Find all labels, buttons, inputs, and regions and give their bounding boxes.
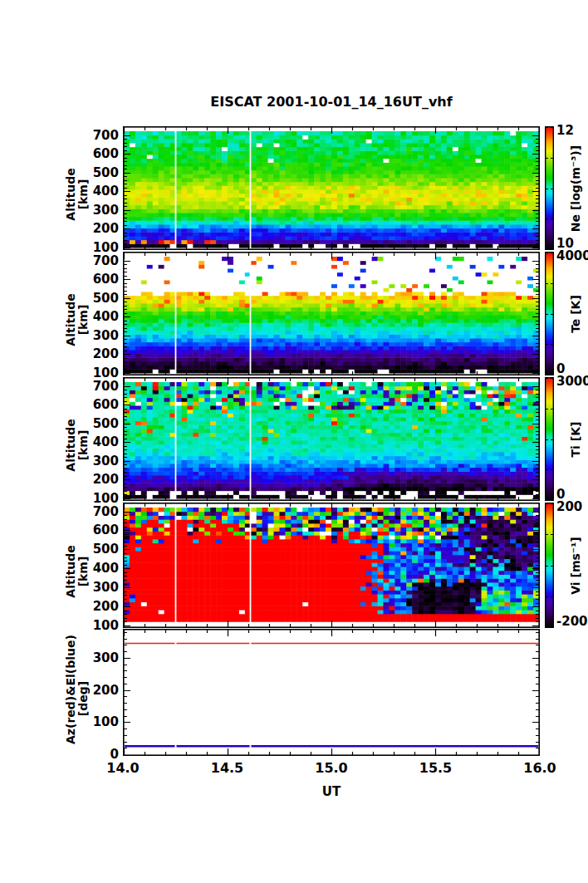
azel-y-axis-label: Az(red)&El(blue) [deg]	[65, 653, 90, 744]
ti-heatmap-canvas	[123, 377, 540, 501]
ne-ytick-400: 400	[81, 184, 119, 199]
te-ytick-600: 600	[81, 272, 119, 287]
azel-ytick-200: 200	[81, 683, 119, 698]
te-ytick-400: 400	[81, 309, 119, 324]
te-colorbar-canvas	[545, 252, 554, 375]
vi-heatmap-canvas	[123, 503, 540, 628]
ti-ytick-300: 300	[81, 454, 119, 468]
vi-colorbar-canvas	[545, 503, 554, 628]
azel-line-plot-canvas	[123, 629, 540, 756]
vi-colorbar-title: Vi [ms⁻¹]	[569, 495, 584, 636]
vi-ytick-200: 200	[81, 599, 119, 614]
te-ytick-500: 500	[81, 291, 119, 306]
eiscat-figure: EISCAT 2001-10-01_14_16UT_vhf Altitude […	[0, 0, 588, 883]
ti-ytick-400: 400	[81, 434, 119, 449]
ne-colorbar-title: Ne [log(m⁻³)]	[569, 118, 584, 259]
te-ytick-700: 700	[81, 253, 119, 268]
ti-ytick-200: 200	[81, 472, 119, 487]
x-tick-16.0: 16.0	[519, 760, 561, 776]
vi-ytick-400: 400	[81, 561, 119, 576]
te-colorbar-title: Te [K]	[569, 243, 584, 385]
ne-colorbar-canvas	[545, 126, 554, 250]
ti-colorbar-title: Ti [K]	[569, 369, 584, 510]
ti-ytick-500: 500	[81, 416, 119, 431]
ne-ytick-500: 500	[81, 165, 119, 180]
ti-ytick-700: 700	[81, 379, 119, 394]
x-tick-14.0: 14.0	[102, 760, 144, 776]
te-ytick-200: 200	[81, 346, 119, 361]
ne-heatmap-canvas	[123, 126, 540, 250]
vi-ytick-700: 700	[81, 504, 119, 519]
ne-ytick-600: 600	[81, 146, 119, 161]
page-title: EISCAT 2001-10-01_14_16UT_vhf	[123, 94, 540, 110]
vi-ytick-500: 500	[81, 542, 119, 557]
x-tick-15.5: 15.5	[415, 760, 457, 776]
te-heatmap-canvas	[123, 252, 540, 375]
vi-ytick-100: 100	[81, 618, 119, 633]
vi-ytick-300: 300	[81, 580, 119, 595]
x-tick-14.5: 14.5	[207, 760, 248, 776]
ti-ytick-600: 600	[81, 397, 119, 412]
ti-colorbar-canvas	[545, 377, 554, 501]
vi-ytick-600: 600	[81, 522, 119, 537]
x-axis-label: UT	[123, 784, 540, 799]
ne-ytick-300: 300	[81, 203, 119, 218]
te-ytick-300: 300	[81, 328, 119, 343]
azel-ytick-300: 300	[81, 650, 119, 665]
azel-ytick-100: 100	[81, 714, 119, 729]
ne-ytick-700: 700	[81, 128, 119, 143]
ne-ytick-200: 200	[81, 221, 119, 236]
x-tick-15.0: 15.0	[311, 760, 352, 776]
